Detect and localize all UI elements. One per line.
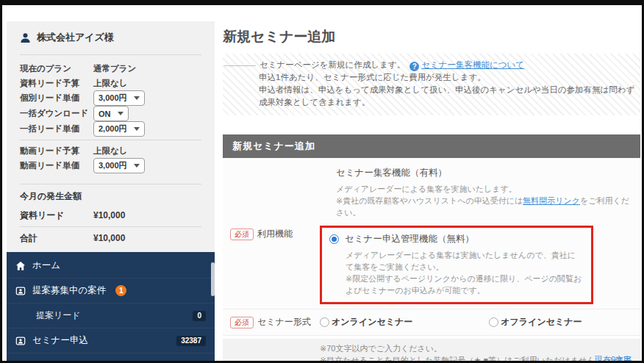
plan-row-label: 一括リード単価: [20, 123, 93, 134]
count-badge: 0: [193, 311, 206, 321]
plan-row: 一括リード単価 2,000円: [20, 121, 201, 137]
count-badge: 228: [185, 361, 206, 363]
plan-row-label: 動画リード単価: [20, 160, 93, 171]
feature-options: セミナー集客機能（有料） メディアレーダーによる集客を実施いたします。 ※貴社の…: [320, 164, 633, 304]
form-row-name: 必須 セミナー名 ※70文字以内でご入力ください。 ※目立たせることを目的とした…: [223, 339, 640, 363]
form-header: 新規セミナー追加: [223, 134, 640, 158]
feature-option-free-title: セミナー申込管理機能（無料）: [345, 233, 474, 245]
chevron-down-icon: [134, 164, 140, 168]
alert-badge: 1: [115, 285, 126, 296]
sidebar-item-label: セミナー申込: [32, 334, 88, 347]
plan-row-label: 一括ダウンロード: [20, 108, 93, 119]
billing-row-label: 合計: [20, 232, 93, 245]
sidebar-item-proposal-leads[interactable]: 提案リード 0: [7, 303, 215, 328]
decorative-dashes: ――――: [224, 60, 255, 69]
sidebar-item-label: セミナー一覧: [36, 359, 90, 363]
billing-row-value: ¥10,000: [93, 233, 125, 243]
feature-option-free-desc: メディアレーダーによる集客は実施いたしませんので、貴社にて集客をご実施ください。…: [346, 249, 584, 296]
sidebar-item-label: 提案リード: [36, 309, 81, 322]
billing-row: 合計 ¥10,000: [20, 230, 201, 246]
intro-line3: 申込者情報は、申込をもって成果対象として扱い、申込後のキャンセルや当日の参加有無…: [224, 84, 636, 109]
free-link[interactable]: 無料開示リンク: [523, 196, 580, 205]
count-badge: 32387: [176, 336, 206, 346]
form-row-feature: 必須 利用機能 セミナー集客機能（有料） メディアレーダーによる集客を実施いたし…: [223, 158, 640, 309]
chevron-down-icon: [118, 112, 124, 115]
format-label-cell: 必須 セミナー形式: [230, 316, 320, 328]
format-options: オンラインセミナー オフラインセミナー: [320, 313, 633, 331]
company-row: 株式会社アイズ様: [20, 31, 201, 51]
new-seminar-form: 新規セミナー追加 必須 利用機能 セミナー集客機能（有料） メディアレーダーによ…: [223, 134, 640, 363]
main-content: 新規セミナー追加 ――――セミナーページを新規に作成します。?セミナー集客機能に…: [223, 23, 640, 363]
company-name: 株式会社アイズ様: [37, 31, 114, 44]
video-unit-price-select[interactable]: 3,000円: [93, 158, 145, 173]
chevron-down-icon: [134, 127, 140, 131]
intro-line1: セミナーページを新規に作成します。: [260, 60, 405, 69]
feature-option-paid-title: セミナー集客機能（有料）: [336, 167, 633, 179]
required-badge: 必須: [230, 317, 254, 328]
intro-box: ――――セミナーページを新規に作成します。?セミナー集客機能について 申込1件あ…: [223, 54, 640, 115]
plan-row: 動画リード予算 上限なし: [20, 143, 201, 158]
seminar-feature-link[interactable]: セミナー集客機能について: [421, 60, 524, 69]
feature-label: 利用機能: [257, 228, 293, 240]
bulk-unit-price-select[interactable]: 2,000円: [93, 121, 145, 137]
required-badge: 必須: [230, 229, 254, 240]
sidebar-item-label: ホーム: [32, 259, 60, 272]
plan-row: 一括ダウンロード ON: [20, 106, 201, 121]
divider: [20, 226, 201, 227]
home-icon: [15, 261, 26, 271]
plan-row-label: 個別リード単価: [20, 93, 93, 104]
billing-title: 今月の発生金額: [20, 190, 201, 203]
divider: [20, 184, 201, 184]
sidebar-nav: ホーム 提案募集中の案件 1 提案リード 0 セミナー申込 32387 セミナー…: [7, 252, 215, 363]
intro-line2: 申込1件あたり、セミナー形式に応じた費用が発生します。: [224, 71, 636, 84]
plan-row-value: 上限なし: [93, 145, 128, 157]
plan-row-label: 資料リード予算: [20, 78, 93, 89]
annotation-box-feature-option: セミナー申込管理機能（無料） メディアレーダーによる集客は実施いたしませんので、…: [320, 226, 593, 304]
unit-price-select[interactable]: 3,000円: [93, 90, 145, 106]
format-label: セミナー形式: [257, 316, 311, 328]
feature-option-free[interactable]: セミナー申込管理機能（無料）: [329, 233, 584, 245]
plan-row: 現在のプラン 通常プラン: [20, 61, 201, 76]
feature-label-cell: 必須 利用機能: [230, 228, 320, 240]
plan-row: 資料リード予算 上限なし: [20, 76, 201, 90]
id-card-icon: [15, 286, 26, 296]
plan-row: 動画リード単価 3,000円: [20, 158, 201, 173]
sidebar-item-seminar-list[interactable]: セミナー一覧 228: [7, 353, 215, 363]
plan-row-label: 現在のプラン: [20, 63, 93, 74]
billing-row-value: ¥10,000: [93, 210, 125, 220]
sidebar-item-proposals[interactable]: 提案募集中の案件 1: [7, 278, 215, 303]
name-char-counter: 現在0文字: [595, 354, 632, 363]
plan-row-value: 通常プラン: [93, 63, 136, 74]
plan-row: 個別リード単価 3,000円: [20, 90, 201, 106]
form-row-format: 必須 セミナー形式 オンラインセミナー オフラインセミナー: [223, 309, 640, 336]
plan-row-value: 上限なし: [93, 78, 128, 89]
user-icon: [20, 32, 31, 43]
app-window: 株式会社アイズ様 現在のプラン 通常プラン 資料リード予算 上限なし 個別リード…: [0, 0, 644, 363]
sidebar-scrollbar[interactable]: [211, 262, 215, 296]
sidebar-item-label: 提案募集中の案件: [32, 284, 106, 297]
plan-row-label: 動画リード予算: [20, 145, 93, 157]
bulk-download-select[interactable]: ON: [93, 106, 129, 121]
sidebar-item-home[interactable]: ホーム: [7, 254, 215, 278]
radio-offline-seminar[interactable]: オフラインセミナー: [489, 316, 582, 328]
feature-option-paid-desc: メディアレーダーによる集客を実施いたします。 ※貴社の既存顧客やハウスリストへの…: [336, 183, 633, 218]
chevron-down-icon: [134, 96, 140, 100]
account-panel: 株式会社アイズ様 現在のプラン 通常プラン 資料リード予算 上限なし 個別リード…: [7, 21, 215, 252]
name-content: ※70文字以内でご入力ください。 ※目立たせることを目的とした装飾記号（★,■等…: [320, 342, 633, 363]
radio-icon[interactable]: [489, 317, 498, 327]
sidebar: 株式会社アイズ様 現在のプラン 通常プラン 資料リード予算 上限なし 個別リード…: [7, 5, 215, 361]
name-note1: ※70文字以内でご入力ください。: [320, 342, 633, 354]
billing-row-label: 資料リード: [20, 209, 93, 222]
radio-online-seminar[interactable]: オンラインセミナー: [320, 316, 412, 328]
billing-row: 資料リード ¥10,000: [20, 207, 201, 223]
sidebar-item-seminar-applications[interactable]: セミナー申込 32387: [7, 328, 215, 353]
radio-selected-icon[interactable]: [329, 234, 339, 244]
name-note2: ※目立たせることを目的とした装飾記号（★,■等）はご利用いただけません。 >>使…: [320, 354, 633, 363]
id-card-icon: [15, 336, 26, 346]
page-title: 新規セミナー追加: [223, 27, 640, 46]
radio-icon[interactable]: [320, 317, 329, 327]
feature-option-paid[interactable]: セミナー集客機能（有料） メディアレーダーによる集客を実施いたします。 ※貴社の…: [320, 167, 633, 218]
help-icon: ?: [409, 62, 419, 71]
divider: [20, 140, 201, 140]
divider: [20, 54, 201, 55]
